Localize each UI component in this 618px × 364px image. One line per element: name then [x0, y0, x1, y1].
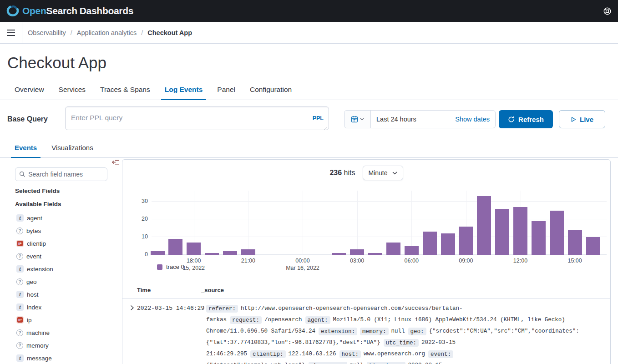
source-field-badge: event: [428, 350, 453, 358]
breadcrumb-observability[interactable]: Observability [28, 29, 66, 36]
histogram-bar[interactable] [386, 243, 400, 255]
field-item-clientip[interactable]: IPclientip [15, 237, 122, 250]
histogram-bar[interactable] [586, 237, 600, 255]
available-fields-list: tagent?bytesIPclientip?eventtextension?g… [15, 212, 122, 364]
histogram-bar[interactable] [205, 253, 219, 255]
histogram-bar[interactable] [332, 253, 346, 255]
table-row: 2022-03-15 14:46:29referer:http://www.op… [122, 298, 610, 364]
source-field-badge: clientip: [250, 350, 286, 358]
x-axis-tick: 21:00 [241, 258, 255, 264]
ip-field-type-icon: IP [16, 240, 24, 247]
tab-log-events[interactable]: Log Events [157, 79, 210, 100]
field-item-geo[interactable]: ?geo [15, 275, 122, 288]
field-item-memory[interactable]: ?memory [15, 339, 122, 352]
histogram-bar[interactable] [223, 251, 237, 255]
x-axis-tick: 03:00 [350, 258, 364, 264]
field-item-message[interactable]: tmessage [15, 352, 122, 364]
query-bar: Base Query PPL Last 24 hours Show dates … [0, 100, 618, 137]
source-field-badge: timestamp: [367, 362, 405, 364]
field-item-extension[interactable]: textension [15, 263, 122, 275]
field-item-machine[interactable]: ?machine [15, 326, 122, 339]
subtab-visualizations[interactable]: Visualizations [44, 138, 100, 157]
histogram-bar[interactable] [477, 196, 491, 255]
histogram-plot-area[interactable] [152, 191, 607, 255]
help-icon[interactable] [603, 7, 612, 15]
ppl-query-box: PPL [65, 106, 329, 132]
source-field-badge: host: [339, 350, 361, 358]
base-query-label: Base Query [7, 115, 65, 123]
histogram-bar[interactable] [368, 253, 382, 255]
legend-label: trace 0 [166, 263, 184, 270]
source-field-value: {"dataset":"sample_web_logs"} [206, 362, 305, 364]
hamburger-menu-icon[interactable] [0, 22, 22, 43]
histogram-bar[interactable] [495, 209, 509, 255]
histogram-bar[interactable] [532, 221, 546, 255]
field-name: index [27, 304, 41, 311]
app-tab-bar: OverviewServicesTraces & SpansLog Events… [0, 79, 618, 100]
x-axis-tick: 09:00 [459, 258, 473, 264]
field-item-agent[interactable]: tagent [15, 212, 122, 224]
show-dates-link[interactable]: Show dates [455, 116, 495, 123]
collapse-sidebar-icon[interactable] [112, 159, 119, 167]
explorer-tab-bar: EventsVisualizations [0, 138, 618, 158]
tab-configuration[interactable]: Configuration [243, 79, 299, 100]
tab-traces-spans[interactable]: Traces & Spans [93, 79, 157, 100]
tab-overview[interactable]: Overview [7, 79, 51, 100]
date-quick-select-button[interactable] [344, 111, 371, 128]
tab-panel[interactable]: Panel [210, 79, 243, 100]
histogram-bar[interactable] [187, 243, 201, 255]
opensearch-logo-icon [6, 5, 19, 17]
unknown-field-type-icon: ? [16, 253, 23, 260]
source-field-badge: phpmemory: [309, 362, 347, 364]
field-name: bytes [26, 228, 41, 234]
chart-legend[interactable]: trace 0 [157, 263, 184, 270]
histogram-bar[interactable] [151, 251, 165, 255]
field-item-bytes[interactable]: ?bytes [15, 224, 122, 237]
histogram-bar[interactable] [350, 249, 364, 255]
field-name: agent [27, 215, 42, 222]
unknown-field-type-icon: ? [16, 329, 23, 336]
histogram-bar[interactable] [168, 239, 182, 255]
y-axis-tick: 10 [125, 233, 148, 240]
breadcrumb-application-analytics[interactable]: Application analytics [77, 29, 137, 36]
source-field-value: www.opensearch.org [364, 351, 425, 357]
histogram-bar[interactable] [441, 233, 455, 255]
breadcrumb-checkout-app: Checkout App [147, 29, 192, 36]
date-range-value[interactable]: Last 24 hours [371, 116, 455, 123]
histogram-bar[interactable] [513, 207, 527, 255]
field-item-event[interactable]: ?event [15, 250, 122, 263]
field-name: ip [27, 317, 32, 324]
field-name: event [26, 253, 41, 260]
field-item-index[interactable]: tindex [15, 301, 122, 313]
column-source: _source [201, 287, 603, 293]
live-button[interactable]: Live [559, 110, 605, 128]
field-search-input[interactable] [28, 171, 103, 178]
text-field-type-icon: t [16, 291, 24, 298]
breadcrumb-separator: / [141, 29, 143, 36]
histogram-bar[interactable] [405, 246, 419, 255]
fields-sidebar: Selected Fields Available Fields tagent?… [7, 159, 122, 364]
content-area: Selected Fields Available Fields tagent?… [0, 158, 618, 364]
field-name: geo [26, 278, 37, 285]
tab-services[interactable]: Services [51, 79, 93, 100]
field-name: clientip [27, 240, 46, 247]
interval-select[interactable]: Minute [363, 166, 403, 180]
histogram-bar[interactable] [568, 230, 582, 255]
row-source: referer:http://www.opensearch-opensearch… [201, 303, 603, 364]
refresh-button[interactable]: Refresh [499, 110, 553, 128]
opensearch-logo[interactable]: OpenSearchDashboards [6, 5, 133, 17]
source-field-badge: memory: [360, 328, 389, 335]
field-item-ip[interactable]: IPip [15, 313, 122, 326]
source-field-value: 2022-03-15 [408, 362, 442, 364]
ppl-query-input[interactable] [65, 106, 329, 130]
breadcrumb-bar: Observability / Application analytics / … [0, 22, 618, 44]
histogram-bar[interactable] [241, 249, 255, 255]
subtab-events[interactable]: Events [7, 138, 44, 157]
field-item-host[interactable]: thost [15, 288, 122, 301]
histogram-bar[interactable] [550, 211, 564, 255]
expand-row-icon[interactable] [127, 304, 137, 313]
resize-handle-icon[interactable] [324, 126, 328, 130]
histogram-bar[interactable] [459, 227, 473, 255]
histogram-bar[interactable] [423, 232, 437, 255]
source-field-badge: referer: [206, 305, 238, 313]
